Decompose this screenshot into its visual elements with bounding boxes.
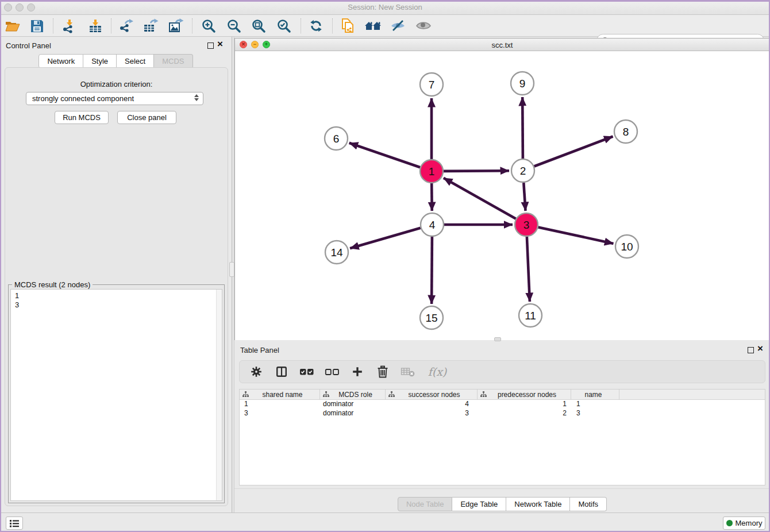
tab-edge-table[interactable]: Edge Table bbox=[452, 497, 506, 511]
export-network-button[interactable] bbox=[116, 17, 136, 34]
column-layout-button[interactable] bbox=[273, 364, 290, 379]
import-table-button[interactable] bbox=[86, 17, 105, 34]
edge-4-14[interactable] bbox=[350, 228, 421, 249]
hide-selected-button[interactable] bbox=[388, 17, 407, 34]
cell-shared-name[interactable]: 3 bbox=[240, 409, 320, 418]
close-panel-icon[interactable]: × bbox=[217, 39, 223, 49]
tab-motifs[interactable]: Motifs bbox=[570, 497, 607, 511]
export-table-button[interactable] bbox=[141, 17, 160, 34]
toolbar-separator bbox=[192, 18, 192, 33]
table-float-panel-icon[interactable] bbox=[748, 347, 754, 353]
export-image-button[interactable] bbox=[166, 17, 186, 34]
node-label: 8 bbox=[623, 126, 629, 138]
select-all-button[interactable] bbox=[298, 364, 315, 379]
edge-1-4[interactable] bbox=[432, 183, 432, 211]
graph-node-7[interactable]: 7 bbox=[420, 73, 443, 96]
edge-3-1[interactable] bbox=[444, 178, 516, 219]
delete-column-button[interactable] bbox=[374, 364, 391, 379]
zoom-selected-button[interactable] bbox=[274, 17, 294, 34]
show-all-button[interactable] bbox=[414, 17, 433, 34]
cell-predecessor-nodes[interactable]: 2 bbox=[478, 409, 571, 418]
column-header-name[interactable]: name bbox=[571, 390, 619, 399]
graph-node-2[interactable]: 2 bbox=[511, 159, 534, 182]
close-panel-button[interactable]: Close panel bbox=[117, 111, 176, 124]
edge-1-6[interactable] bbox=[349, 143, 420, 167]
graph-node-10[interactable]: 10 bbox=[615, 235, 638, 258]
zoom-fit-button[interactable] bbox=[249, 17, 268, 34]
edge-2-3[interactable] bbox=[523, 183, 525, 211]
tab-mcds[interactable]: MCDS bbox=[154, 54, 192, 68]
result-scrollbar[interactable] bbox=[216, 290, 222, 500]
delete-table-button[interactable] bbox=[399, 364, 417, 379]
memory-label: Memory bbox=[736, 519, 763, 527]
edge-4-15[interactable] bbox=[432, 237, 432, 304]
table-row[interactable]: 1dominator411 bbox=[240, 400, 765, 409]
graph-node-14[interactable]: 14 bbox=[325, 241, 348, 264]
save-session-button[interactable] bbox=[27, 17, 47, 34]
add-column-button[interactable] bbox=[349, 364, 366, 379]
cell-successor-nodes[interactable]: 3 bbox=[386, 409, 478, 418]
refresh-layout-button[interactable] bbox=[306, 17, 326, 34]
graph-node-15[interactable]: 15 bbox=[420, 306, 443, 329]
graph-node-11[interactable]: 11 bbox=[519, 304, 542, 327]
tab-network-table[interactable]: Network Table bbox=[506, 497, 570, 511]
column-header-shared-name[interactable]: shared name bbox=[240, 390, 320, 399]
toolbar-separator bbox=[53, 18, 53, 33]
status-bar: Memory bbox=[0, 512, 770, 532]
horizontal-splitter-handle[interactable] bbox=[494, 337, 501, 341]
run-mcds-button[interactable]: Run MCDS bbox=[55, 111, 109, 124]
gear-icon bbox=[250, 365, 263, 378]
cell-MCDS-role[interactable]: dominator bbox=[320, 400, 386, 409]
zoom-out-button[interactable] bbox=[224, 17, 244, 34]
cell-MCDS-role[interactable]: dominator bbox=[320, 409, 386, 418]
network-window-titlebar[interactable]: ✕ − + scc.txt bbox=[235, 38, 769, 51]
tab-node-table[interactable]: Node Table bbox=[398, 497, 453, 511]
column-header-successor-nodes[interactable]: successor nodes bbox=[386, 390, 478, 399]
criterion-value: strongly connected component bbox=[32, 94, 134, 103]
tab-select[interactable]: Select bbox=[117, 54, 154, 68]
edge-2-9[interactable] bbox=[522, 97, 523, 159]
mcds-result-list[interactable]: 13 bbox=[10, 289, 222, 501]
zoom-in-button[interactable] bbox=[199, 17, 218, 34]
cell-predecessor-nodes[interactable]: 1 bbox=[478, 400, 571, 409]
table-row[interactable]: 3dominator323 bbox=[240, 409, 765, 418]
criterion-select[interactable]: strongly connected component bbox=[26, 92, 203, 105]
edge-2-8[interactable] bbox=[534, 137, 613, 167]
graph-node-9[interactable]: 9 bbox=[511, 72, 534, 95]
network-canvas[interactable]: 7968124314101511 bbox=[235, 51, 769, 340]
node-table[interactable]: shared nameMCDS rolesuccessor nodesprede… bbox=[239, 389, 765, 485]
tab-network[interactable]: Network bbox=[38, 54, 83, 68]
eye-icon bbox=[415, 20, 432, 32]
save-icon bbox=[30, 19, 44, 33]
open-session-button[interactable] bbox=[3, 17, 22, 34]
deselect-all-button[interactable] bbox=[324, 364, 341, 379]
tab-style[interactable]: Style bbox=[83, 54, 117, 68]
graph-node-6[interactable]: 6 bbox=[325, 127, 348, 150]
memory-button[interactable]: Memory bbox=[723, 516, 765, 530]
table-close-panel-icon[interactable]: × bbox=[757, 344, 763, 353]
edge-3-11[interactable] bbox=[527, 237, 530, 302]
edge-1-2[interactable] bbox=[444, 171, 509, 171]
memory-status-icon bbox=[726, 520, 733, 526]
graph-node-8[interactable]: 8 bbox=[614, 120, 637, 143]
clone-network-button[interactable] bbox=[338, 17, 357, 34]
control-panel-title: Control Panel bbox=[6, 41, 51, 50]
cell-shared-name[interactable]: 1 bbox=[240, 400, 320, 409]
graph-node-3[interactable]: 3 bbox=[515, 213, 538, 236]
graph-node-4[interactable]: 4 bbox=[421, 213, 444, 236]
function-builder-button[interactable]: f(x) bbox=[425, 364, 450, 379]
column-header-MCDS-role[interactable]: MCDS role bbox=[320, 390, 386, 399]
cell-successor-nodes[interactable]: 4 bbox=[386, 400, 478, 409]
import-network-button[interactable] bbox=[59, 17, 79, 34]
float-panel-icon[interactable] bbox=[207, 43, 214, 49]
open-folder-icon bbox=[5, 18, 21, 33]
graph-node-1[interactable]: 1 bbox=[420, 160, 443, 183]
cell-name[interactable]: 1 bbox=[571, 400, 619, 409]
settings-gear-button[interactable] bbox=[248, 364, 265, 379]
column-header-predecessor-nodes[interactable]: predecessor nodes bbox=[478, 390, 571, 399]
vertical-splitter-handle[interactable] bbox=[229, 262, 234, 277]
edge-3-10[interactable] bbox=[538, 228, 614, 244]
cell-name[interactable]: 3 bbox=[571, 409, 619, 418]
row-details-button[interactable] bbox=[6, 516, 23, 530]
first-neighbors-button[interactable] bbox=[363, 17, 383, 34]
